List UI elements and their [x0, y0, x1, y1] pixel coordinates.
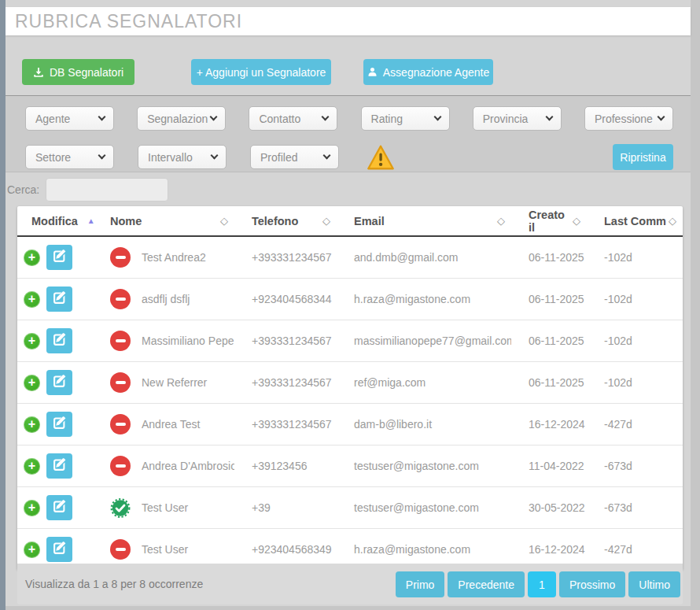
status-blocked-icon — [110, 539, 131, 560]
chevron-down-icon — [657, 113, 665, 121]
filter-row-2: SettoreIntervalloProfiled Ripristina — [25, 144, 673, 170]
phone-cell: +39 — [234, 501, 337, 514]
column-header-nome[interactable]: Nome◇ — [93, 206, 234, 236]
edit-button[interactable] — [46, 287, 72, 312]
table-row: + Test User +39 testuser@migastone.com — [17, 487, 683, 529]
status-blocked-icon — [110, 456, 131, 476]
add-row-icon[interactable]: + — [24, 500, 40, 516]
email-cell: and.dmb@gmail.com — [337, 251, 511, 264]
filter-select-agente[interactable]: Agente — [25, 106, 114, 131]
edit-button[interactable] — [46, 328, 72, 353]
chevron-down-icon — [210, 113, 218, 121]
db-segnalatori-label: DB Segnalatori — [50, 66, 123, 79]
add-row-icon[interactable]: + — [24, 542, 40, 558]
edit-button[interactable] — [46, 495, 72, 520]
email-cell: massimilianopepe77@gmail.com — [337, 335, 511, 347]
filter-select-intervallo[interactable]: Intervallo — [138, 145, 227, 169]
status-blocked-icon — [110, 289, 131, 309]
filter-select-label: Profiled — [260, 151, 297, 164]
pagination-ultimo[interactable]: Ultimo — [628, 571, 680, 597]
pagination-prossimo[interactable]: Prossimo — [559, 571, 625, 597]
email-cell: dam-b@libero.it — [337, 418, 511, 431]
column-header-email[interactable]: Email◇ — [337, 206, 511, 236]
sort-icon: ◇ — [497, 215, 505, 227]
phone-cell: +393331234567 — [234, 376, 337, 389]
filter-select-label: Segnalazion — [147, 113, 208, 125]
filter-select-provincia[interactable]: Provincia — [473, 106, 562, 131]
referrer-name: Test Andrea2 — [142, 251, 206, 264]
db-segnalatori-button[interactable]: DB Segnalatori — [22, 59, 134, 85]
add-row-icon[interactable]: + — [24, 375, 40, 391]
chevron-down-icon — [98, 152, 106, 160]
pencil-square-icon — [53, 291, 66, 307]
status-blocked-icon — [110, 331, 131, 351]
column-header-creato-il[interactable]: Creato il◇ — [511, 206, 587, 236]
column-label: Nome — [110, 215, 142, 227]
filter-panel: AgenteSegnalazionContattoRatingProvincia… — [6, 96, 691, 172]
created-date-cell: 30-05-2022 — [511, 501, 587, 514]
assegnazione-agente-button[interactable]: Assegnazione Agente — [363, 59, 493, 85]
add-row-icon[interactable]: + — [24, 291, 40, 308]
column-label: Modifica — [31, 215, 78, 227]
column-header-last-comm[interactable]: Last Comm◇ — [587, 206, 683, 236]
add-row-icon[interactable]: + — [24, 416, 40, 433]
filter-select-label: Intervallo — [148, 151, 193, 164]
filter-select-label: Settore — [35, 151, 71, 164]
status-verified-icon — [110, 497, 131, 518]
chevron-down-icon — [545, 113, 553, 121]
pagination-primo[interactable]: Primo — [396, 571, 445, 597]
aggiungi-segnalatore-label: + Aggiungi un Segnalatore — [197, 66, 326, 79]
table-body: + Test Andrea2 +393331234567 and.dmb@gma… — [17, 236, 683, 570]
add-row-icon[interactable]: + — [24, 458, 40, 475]
ripristina-button[interactable]: Ripristina — [613, 144, 673, 170]
last-comm-cell: -673d — [587, 501, 683, 514]
results-summary: Visualizza da 1 a 8 per 8 occorrenze — [25, 578, 203, 590]
column-label: Email — [354, 215, 385, 227]
column-header-modifica[interactable]: Modifica▲ — [17, 206, 93, 236]
edit-button[interactable] — [46, 537, 72, 562]
filter-select-rating[interactable]: Rating — [361, 106, 450, 131]
filter-select-contatto[interactable]: Contatto — [249, 106, 337, 131]
edit-button[interactable] — [46, 245, 72, 270]
created-date-cell: 06-11-2025 — [511, 251, 587, 264]
column-header-telefono[interactable]: Telefono◇ — [234, 206, 337, 236]
created-date-cell: 16-12-2024 — [511, 543, 587, 556]
status-blocked-icon — [110, 372, 131, 393]
sidebar-edge-strip — [0, 0, 6, 610]
filter-select-label: Rating — [371, 113, 403, 125]
pagination-1[interactable]: 1 — [528, 571, 556, 597]
status-blocked-icon — [110, 247, 131, 268]
edit-button[interactable] — [46, 412, 72, 437]
pencil-square-icon — [53, 542, 66, 557]
sort-icon: ◇ — [573, 215, 580, 227]
table-row: + asdflj dsflj +923404568344 h.raza@miga… — [17, 279, 683, 320]
edit-button[interactable] — [46, 370, 72, 395]
filter-select-segnalazion[interactable]: Segnalazion — [137, 106, 226, 131]
filter-row-1: AgenteSegnalazionContattoRatingProvincia… — [25, 106, 673, 131]
download-icon — [33, 67, 44, 78]
pagination: PrimoPrecedente1ProssimoUltimo — [396, 571, 680, 597]
table-row: + Andrea D'Ambrosio +39123456 testuser@m… — [17, 445, 683, 487]
referrer-name: Test User — [142, 501, 188, 514]
filter-select-professione[interactable]: Professione — [584, 106, 673, 131]
email-cell: h.raza@migastone.com — [337, 293, 511, 305]
aggiungi-segnalatore-button[interactable]: + Aggiungi un Segnalatore — [191, 59, 331, 85]
referrers-table: Modifica▲Nome◇Telefono◇Email◇Creato il◇L… — [17, 206, 683, 570]
page-header: RUBRICA SEGNALATORI — [6, 7, 691, 35]
phone-cell: +393331234567 — [234, 418, 337, 431]
pencil-square-icon — [53, 500, 66, 516]
sort-icon: ◇ — [322, 215, 330, 227]
created-date-cell: 06-11-2025 — [511, 293, 587, 305]
add-row-icon[interactable]: + — [24, 250, 40, 266]
filter-select-settore[interactable]: Settore — [25, 145, 114, 169]
filter-select-profiled[interactable]: Profiled — [250, 145, 339, 169]
filter-select-label: Contatto — [259, 113, 300, 125]
phone-cell: +923404568344 — [234, 293, 337, 305]
table-row: + New Referrer +393331234567 ref@miga.co… — [17, 362, 683, 404]
edit-button[interactable] — [46, 453, 72, 479]
pagination-precedente[interactable]: Precedente — [448, 571, 525, 597]
search-input[interactable] — [46, 178, 168, 201]
table-footer: Visualizza da 1 a 8 per 8 occorrenze Pri… — [17, 564, 683, 604]
add-row-icon[interactable]: + — [24, 333, 40, 349]
filter-select-label: Agente — [35, 113, 70, 125]
